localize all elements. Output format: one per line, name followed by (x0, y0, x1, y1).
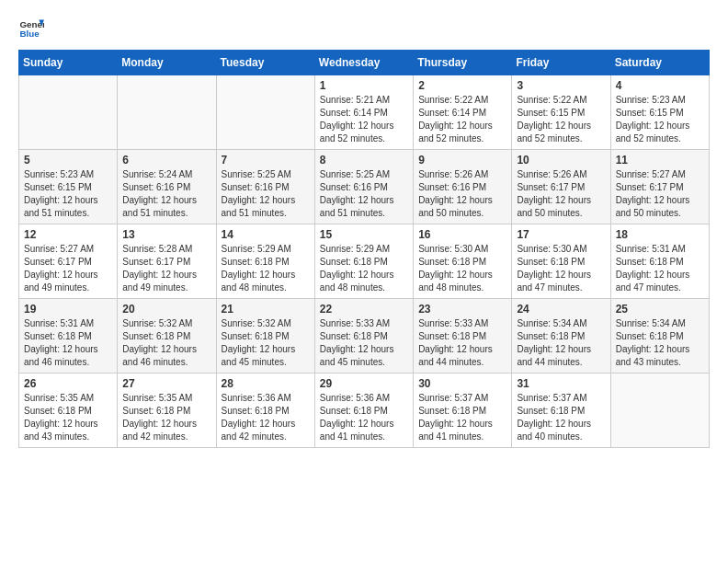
calendar-cell: 25Sunrise: 5:34 AM Sunset: 6:18 PM Dayli… (610, 299, 709, 373)
calendar-cell: 22Sunrise: 5:33 AM Sunset: 6:18 PM Dayli… (314, 299, 413, 373)
day-number: 23 (418, 303, 506, 316)
day-info: Sunrise: 5:22 AM Sunset: 6:15 PM Dayligh… (517, 94, 605, 145)
calendar-cell: 21Sunrise: 5:32 AM Sunset: 6:18 PM Dayli… (216, 299, 314, 373)
day-info: Sunrise: 5:32 AM Sunset: 6:18 PM Dayligh… (122, 317, 210, 369)
day-number: 8 (320, 154, 408, 167)
calendar-cell: 8Sunrise: 5:25 AM Sunset: 6:16 PM Daylig… (314, 150, 413, 224)
calendar-cell (216, 75, 314, 150)
calendar-table: SundayMondayTuesdayWednesdayThursdayFrid… (18, 50, 710, 448)
calendar-cell: 3Sunrise: 5:22 AM Sunset: 6:15 PM Daylig… (512, 75, 610, 150)
day-info: Sunrise: 5:32 AM Sunset: 6:18 PM Dayligh… (222, 317, 310, 369)
day-info: Sunrise: 5:25 AM Sunset: 6:16 PM Dayligh… (222, 168, 310, 220)
day-info: Sunrise: 5:36 AM Sunset: 6:18 PM Dayligh… (222, 392, 310, 443)
logo: General Blue (18, 15, 44, 40)
day-info: Sunrise: 5:35 AM Sunset: 6:18 PM Dayligh… (24, 392, 112, 443)
day-number: 11 (616, 154, 704, 167)
day-info: Sunrise: 5:25 AM Sunset: 6:16 PM Dayligh… (320, 168, 408, 220)
calendar-cell: 9Sunrise: 5:26 AM Sunset: 6:16 PM Daylig… (414, 150, 512, 224)
day-info: Sunrise: 5:26 AM Sunset: 6:17 PM Dayligh… (517, 168, 605, 220)
day-info: Sunrise: 5:34 AM Sunset: 6:18 PM Dayligh… (616, 317, 704, 369)
calendar-cell: 5Sunrise: 5:23 AM Sunset: 6:15 PM Daylig… (19, 150, 118, 224)
page-header: General Blue (18, 15, 710, 40)
calendar-cell: 13Sunrise: 5:28 AM Sunset: 6:17 PM Dayli… (118, 224, 216, 299)
calendar-cell: 12Sunrise: 5:27 AM Sunset: 6:17 PM Dayli… (19, 224, 118, 299)
day-number: 25 (616, 303, 704, 316)
weekday-header-sunday: Sunday (19, 51, 118, 75)
day-info: Sunrise: 5:22 AM Sunset: 6:14 PM Dayligh… (418, 94, 506, 145)
day-info: Sunrise: 5:28 AM Sunset: 6:17 PM Dayligh… (122, 243, 210, 294)
day-number: 29 (320, 377, 408, 390)
day-info: Sunrise: 5:37 AM Sunset: 6:18 PM Dayligh… (517, 392, 605, 443)
calendar-cell: 31Sunrise: 5:37 AM Sunset: 6:18 PM Dayli… (512, 373, 610, 448)
day-number: 12 (24, 228, 112, 241)
day-number: 26 (24, 377, 112, 390)
day-info: Sunrise: 5:27 AM Sunset: 6:17 PM Dayligh… (24, 243, 112, 294)
svg-text:Blue: Blue (19, 29, 40, 39)
weekday-header-saturday: Saturday (610, 51, 709, 75)
calendar-cell: 29Sunrise: 5:36 AM Sunset: 6:18 PM Dayli… (314, 373, 413, 448)
calendar-cell (610, 373, 709, 448)
calendar-cell: 16Sunrise: 5:30 AM Sunset: 6:18 PM Dayli… (414, 224, 512, 299)
day-info: Sunrise: 5:35 AM Sunset: 6:18 PM Dayligh… (122, 392, 210, 443)
day-number: 24 (517, 303, 605, 316)
calendar-cell: 24Sunrise: 5:34 AM Sunset: 6:18 PM Dayli… (512, 299, 610, 373)
day-number: 13 (122, 228, 210, 241)
calendar-cell: 15Sunrise: 5:29 AM Sunset: 6:18 PM Dayli… (314, 224, 413, 299)
day-info: Sunrise: 5:34 AM Sunset: 6:18 PM Dayligh… (517, 317, 605, 369)
logo-icon: General Blue (18, 15, 44, 40)
weekday-header-tuesday: Tuesday (216, 51, 314, 75)
day-number: 7 (222, 154, 310, 167)
day-number: 1 (320, 79, 408, 92)
day-info: Sunrise: 5:29 AM Sunset: 6:18 PM Dayligh… (222, 243, 310, 294)
calendar-cell: 27Sunrise: 5:35 AM Sunset: 6:18 PM Dayli… (118, 373, 216, 448)
day-info: Sunrise: 5:31 AM Sunset: 6:18 PM Dayligh… (24, 317, 112, 369)
day-info: Sunrise: 5:33 AM Sunset: 6:18 PM Dayligh… (320, 317, 408, 369)
day-number: 16 (418, 228, 506, 241)
day-number: 20 (122, 303, 210, 316)
week-row-1: 1Sunrise: 5:21 AM Sunset: 6:14 PM Daylig… (19, 75, 710, 150)
calendar-cell: 6Sunrise: 5:24 AM Sunset: 6:16 PM Daylig… (118, 150, 216, 224)
day-number: 15 (320, 228, 408, 241)
day-info: Sunrise: 5:31 AM Sunset: 6:18 PM Dayligh… (616, 243, 704, 294)
day-info: Sunrise: 5:30 AM Sunset: 6:18 PM Dayligh… (418, 243, 506, 294)
day-info: Sunrise: 5:30 AM Sunset: 6:18 PM Dayligh… (517, 243, 605, 294)
weekday-header-monday: Monday (118, 51, 216, 75)
calendar-cell: 26Sunrise: 5:35 AM Sunset: 6:18 PM Dayli… (19, 373, 118, 448)
calendar-cell: 7Sunrise: 5:25 AM Sunset: 6:16 PM Daylig… (216, 150, 314, 224)
week-row-4: 19Sunrise: 5:31 AM Sunset: 6:18 PM Dayli… (19, 299, 710, 373)
day-info: Sunrise: 5:23 AM Sunset: 6:15 PM Dayligh… (616, 94, 704, 145)
week-row-5: 26Sunrise: 5:35 AM Sunset: 6:18 PM Dayli… (19, 373, 710, 448)
calendar-cell: 2Sunrise: 5:22 AM Sunset: 6:14 PM Daylig… (414, 75, 512, 150)
day-info: Sunrise: 5:36 AM Sunset: 6:18 PM Dayligh… (320, 392, 408, 443)
day-number: 5 (24, 154, 112, 167)
day-info: Sunrise: 5:21 AM Sunset: 6:14 PM Dayligh… (320, 94, 408, 145)
calendar-cell: 28Sunrise: 5:36 AM Sunset: 6:18 PM Dayli… (216, 373, 314, 448)
day-number: 30 (418, 377, 506, 390)
calendar-cell (118, 75, 216, 150)
weekday-header-friday: Friday (512, 51, 610, 75)
calendar-cell: 20Sunrise: 5:32 AM Sunset: 6:18 PM Dayli… (118, 299, 216, 373)
calendar-cell: 18Sunrise: 5:31 AM Sunset: 6:18 PM Dayli… (610, 224, 709, 299)
calendar-cell: 14Sunrise: 5:29 AM Sunset: 6:18 PM Dayli… (216, 224, 314, 299)
day-info: Sunrise: 5:29 AM Sunset: 6:18 PM Dayligh… (320, 243, 408, 294)
weekday-header-thursday: Thursday (414, 51, 512, 75)
day-info: Sunrise: 5:33 AM Sunset: 6:18 PM Dayligh… (418, 317, 506, 369)
calendar-cell: 11Sunrise: 5:27 AM Sunset: 6:17 PM Dayli… (610, 150, 709, 224)
day-number: 19 (24, 303, 112, 316)
calendar-cell: 10Sunrise: 5:26 AM Sunset: 6:17 PM Dayli… (512, 150, 610, 224)
week-row-2: 5Sunrise: 5:23 AM Sunset: 6:15 PM Daylig… (19, 150, 710, 224)
day-number: 9 (418, 154, 506, 167)
day-number: 2 (418, 79, 506, 92)
day-number: 6 (122, 154, 210, 167)
day-info: Sunrise: 5:37 AM Sunset: 6:18 PM Dayligh… (418, 392, 506, 443)
day-info: Sunrise: 5:23 AM Sunset: 6:15 PM Dayligh… (24, 168, 112, 220)
day-number: 17 (517, 228, 605, 241)
weekday-header-wednesday: Wednesday (314, 51, 413, 75)
calendar-cell: 23Sunrise: 5:33 AM Sunset: 6:18 PM Dayli… (414, 299, 512, 373)
calendar-cell: 30Sunrise: 5:37 AM Sunset: 6:18 PM Dayli… (414, 373, 512, 448)
calendar-cell: 1Sunrise: 5:21 AM Sunset: 6:14 PM Daylig… (314, 75, 413, 150)
day-number: 10 (517, 154, 605, 167)
day-number: 14 (222, 228, 310, 241)
calendar-cell (19, 75, 118, 150)
day-number: 18 (616, 228, 704, 241)
